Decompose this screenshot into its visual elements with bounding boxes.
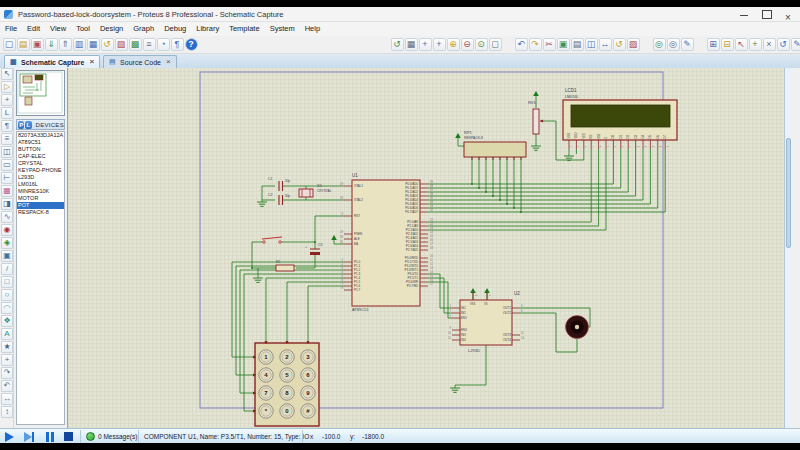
property-assignment-icon[interactable]: ✎ [681, 38, 694, 51]
close-icon[interactable] [778, 7, 798, 22]
vertical-scrollbar[interactable] [784, 68, 792, 428]
open-folder-icon[interactable]: ▤ [17, 38, 30, 51]
keypad-key-#[interactable]: # [301, 404, 315, 418]
menu-file[interactable]: File [0, 22, 22, 36]
export-file-icon[interactable]: ⇑ [59, 38, 72, 51]
device-item[interactable]: 82073A33DJA12A [17, 132, 64, 139]
menu-help[interactable]: Help [300, 22, 325, 36]
new-root-sheet-icon[interactable]: ⊞ [707, 38, 720, 51]
keypad-key-0[interactable]: 0 [280, 404, 294, 418]
block-rotate-icon[interactable]: ↺ [613, 38, 626, 51]
import-file-icon[interactable]: ⇓ [45, 38, 58, 51]
keypad-key-9[interactable]: 9 [301, 386, 315, 400]
menu-library[interactable]: Library [191, 22, 224, 36]
add-part-icon[interactable]: + [749, 38, 762, 51]
copy-icon[interactable]: ▣ [557, 38, 570, 51]
keypad-key-7[interactable]: 7 [259, 386, 273, 400]
menu-edit[interactable]: Edit [22, 22, 45, 36]
print-icon[interactable]: ▥ [73, 38, 86, 51]
menu-view[interactable]: View [45, 22, 71, 36]
goto-sheet-icon[interactable]: ↖ [735, 38, 748, 51]
delete-part-icon[interactable]: × [763, 38, 776, 51]
pause-button[interactable] [46, 432, 54, 442]
stop-button[interactable] [64, 432, 73, 441]
previous-sheet-icon[interactable]: ↺ [777, 38, 790, 51]
keypad-key-2[interactable]: 2 [280, 350, 294, 364]
component-x1-crystal[interactable]: X1CRYSTAL [299, 183, 332, 197]
zoom-area-icon[interactable]: ◻ [489, 38, 502, 51]
virtual-instruments-mode-icon[interactable]: ▣ [1, 250, 13, 262]
keypad-key-8[interactable]: 8 [280, 386, 294, 400]
play-button[interactable] [5, 432, 14, 442]
2d-symbols-mode-icon[interactable]: ★ [1, 341, 13, 353]
new-file-icon[interactable]: ▢ [3, 38, 16, 51]
device-item[interactable]: LM016L [17, 181, 64, 188]
selection-mode-icon[interactable]: ↖ [1, 68, 13, 80]
library-manager-button[interactable]: L [25, 121, 31, 129]
junction-dot-mode-icon[interactable]: + [1, 94, 13, 106]
2d-arc-mode-icon[interactable]: ◠ [1, 302, 13, 314]
save-icon[interactable]: ▣ [31, 38, 44, 51]
print-area-icon[interactable]: ▦ [87, 38, 100, 51]
maximize-icon[interactable] [756, 7, 776, 22]
block-copy-icon[interactable]: ◫ [585, 38, 598, 51]
component-motor[interactable] [566, 316, 589, 339]
minimize-icon[interactable] [734, 7, 754, 22]
component-c3[interactable]: C3+ [305, 243, 322, 255]
menu-system[interactable]: System [265, 22, 300, 36]
rotate-anticlockwise-icon[interactable]: ↶ [1, 380, 13, 392]
2d-path-mode-icon[interactable]: ❖ [1, 315, 13, 327]
undo-icon[interactable]: ↶ [515, 38, 528, 51]
subcircuit-mode-icon[interactable]: ◫ [1, 146, 13, 158]
scrollbar-thumb[interactable] [786, 138, 791, 248]
redraw-sheet-icon[interactable]: ↺ [101, 38, 114, 51]
component-u2-l293d[interactable]: IN12IN27EN11EN29IN310IN415OUT13OUT26OUT3… [448, 291, 524, 353]
component-keypad[interactable]: 123456789*0# [253, 341, 319, 426]
keypad-key-6[interactable]: 6 [301, 368, 315, 382]
text-script-mode-icon[interactable]: ¶ [1, 120, 13, 132]
component-rp1-respack8[interactable]: RP1RESPACK-8 [464, 130, 526, 158]
2d-box-mode-icon[interactable]: □ [1, 276, 13, 288]
pick-devices-button[interactable]: P [18, 121, 24, 129]
toggle-grid-icon[interactable]: ▦ [405, 38, 418, 51]
keypad-key-1[interactable]: 1 [259, 350, 273, 364]
current-probe-mode-icon[interactable]: ◈ [1, 237, 13, 249]
2d-markers-mode-icon[interactable]: + [1, 354, 13, 366]
tab-close-icon[interactable]: × [166, 57, 171, 67]
tab-close-icon[interactable]: × [89, 57, 94, 67]
menu-template[interactable]: Template [224, 22, 264, 36]
device-item[interactable]: KEYPAD-PHONE [17, 167, 64, 174]
zoom-out-icon[interactable]: ⊖ [461, 38, 474, 51]
help-icon[interactable]: ? [185, 38, 198, 51]
paste-icon[interactable]: ▤ [571, 38, 584, 51]
2d-line-mode-icon[interactable]: / [1, 263, 13, 275]
schematic-canvas[interactable]: XTAL119XTAL218RST9PSEN29ALE30EA31P1.01P1… [68, 68, 784, 428]
zoom-extents-icon[interactable]: ⊙ [475, 38, 488, 51]
design-explorer-icon[interactable]: ▩ [129, 38, 142, 51]
zoom-in-icon[interactable]: ⊕ [447, 38, 460, 51]
pick-parts-icon[interactable]: ◎ [653, 38, 666, 51]
bill-of-materials-icon[interactable]: ≡ [143, 38, 156, 51]
x-mirror-icon[interactable]: ↔ [1, 393, 13, 405]
y-mirror-icon[interactable]: ↕ [1, 406, 13, 418]
menu-tool[interactable]: Tool [71, 22, 95, 36]
device-item[interactable]: CAP-ELEC [17, 153, 64, 160]
redo-icon[interactable]: ↷ [529, 38, 542, 51]
message-status-icon[interactable] [86, 432, 95, 441]
tab-source-code[interactable]: ▤ Source Code × [103, 55, 177, 68]
device-item[interactable]: MOTOR [17, 195, 64, 202]
buses-mode-icon[interactable]: ≡ [1, 133, 13, 145]
voltage-probe-mode-icon[interactable]: ◉ [1, 224, 13, 236]
step-button[interactable] [24, 432, 32, 442]
pan-center-icon[interactable]: + [433, 38, 446, 51]
component-lcd1-lm016l[interactable]: VSS1VDD2VEE3RS4RW5E6D07D18D29D310D411D51… [563, 88, 677, 148]
component-c1[interactable]: C130p [268, 177, 290, 191]
refresh-icon[interactable]: ↺ [391, 38, 404, 51]
edit-script-icon[interactable]: ✎ [791, 38, 800, 51]
device-pins-mode-icon[interactable]: ⊢ [1, 172, 13, 184]
device-item[interactable]: RESPACK-8 [17, 209, 64, 216]
keypad-key-5[interactable]: 5 [280, 368, 294, 382]
tab-schematic-capture[interactable]: ▦ Schematic Capture × [4, 55, 100, 68]
remove-sheet-icon[interactable]: ⊟ [721, 38, 734, 51]
graph-mode-icon[interactable]: ▦ [1, 185, 13, 197]
